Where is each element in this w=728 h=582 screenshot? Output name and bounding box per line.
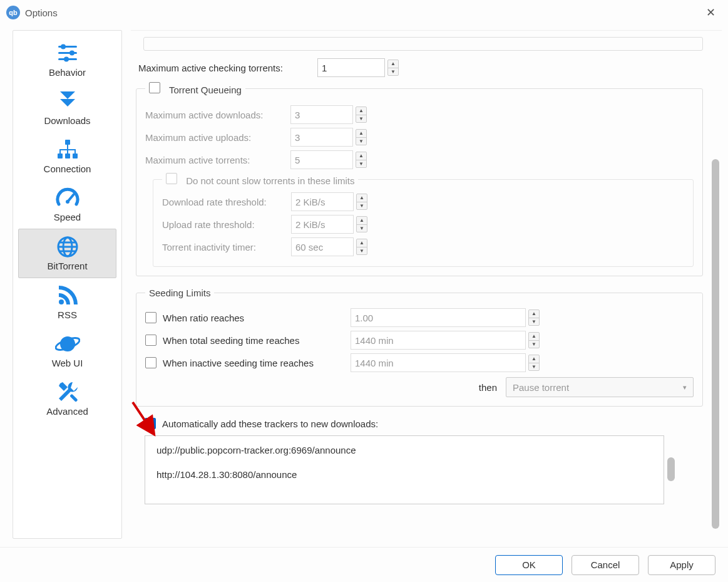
close-icon[interactable]: ✕ [700,3,722,22]
chevron-up-icon[interactable]: ▲ [356,107,366,115]
auto-trackers-textarea[interactable]: udp://public.popcorn-tracker.org:6969/an… [145,435,664,504]
chevron-up-icon[interactable]: ▲ [356,152,366,160]
svg-rect-10 [67,145,68,150]
chevron-down-icon[interactable]: ▼ [529,318,539,326]
apply-button[interactable]: Apply [648,555,715,575]
inactive-time-label: When inactive seeding time reaches [163,358,351,368]
chevron-up-icon[interactable]: ▲ [529,333,539,341]
total-time-checkbox[interactable] [145,335,156,346]
then-row: then Pause torrent ▾ [145,377,694,397]
then-label: then [479,382,497,393]
inactive-time-checkbox[interactable] [145,357,156,368]
svg-rect-8 [65,153,70,158]
gauge-icon [18,184,116,212]
ul-threshold-row: Upload rate threshold: 2 KiB/s ▲▼ [162,215,684,234]
svg-point-3 [69,51,74,56]
spinner-buttons[interactable]: ▲▼ [356,194,367,210]
chevron-down-icon[interactable]: ▼ [529,363,539,371]
chevron-up-icon[interactable]: ▲ [388,60,398,68]
spinner-buttons[interactable]: ▲▼ [528,309,540,326]
max-active-checking-input[interactable]: 1 [317,58,385,77]
spinner-buttons[interactable]: ▲▼ [356,129,367,145]
chevron-down-icon[interactable]: ▼ [357,225,367,232]
ratio-checkbox[interactable] [145,312,156,323]
sidebar-item-label: Downloads [44,115,90,126]
chevron-down-icon[interactable]: ▼ [357,247,367,255]
chevron-down-icon: ▾ [683,383,687,392]
chevron-up-icon[interactable]: ▲ [357,194,367,202]
spinner-buttons[interactable]: ▲▼ [356,107,367,123]
max-active-uploads-input[interactable]: 3 [290,128,353,147]
max-active-downloads-input[interactable]: 3 [290,105,353,124]
sidebar-item-behavior[interactable]: Behavior [18,36,116,84]
window-title: Options [25,8,58,18]
sidebar-item-rss[interactable]: RSS [18,278,116,326]
spinner-buttons[interactable]: ▲▼ [356,152,367,168]
chevron-down-icon[interactable]: ▼ [356,160,366,168]
seeding-limits-group: Seeding Limits When ratio reaches 1.00 ▲… [136,288,703,407]
inactive-time-row: When inactive seeding time reaches 1440 … [145,353,694,372]
max-active-uploads-label: Maximum active uploads: [145,132,290,143]
chevron-up-icon[interactable]: ▲ [529,355,539,363]
ratio-input[interactable]: 1.00 [351,308,526,327]
spinner-buttons[interactable]: ▲▼ [528,355,540,371]
torrent-queueing-legend: Torrent Queueing [145,82,245,95]
chevron-up-icon[interactable]: ▲ [356,130,366,138]
dl-threshold-label: Download rate threshold: [162,197,291,207]
inactivity-input[interactable]: 60 sec [291,237,354,256]
chevron-up-icon[interactable]: ▲ [529,310,539,318]
slow-torrents-checkbox[interactable] [166,173,177,184]
chevron-down-icon[interactable]: ▼ [388,68,398,76]
torrent-queueing-group: Torrent Queueing Maximum active download… [136,82,703,276]
app-icon: qb [6,6,20,19]
main-area: Behavior Downloads Connection Speed BitT… [0,25,728,539]
cancel-button[interactable]: Cancel [572,555,639,575]
then-action-select[interactable]: Pause torrent ▾ [506,377,694,397]
max-active-torrents-label: Maximum active torrents: [145,155,290,165]
spinner-buttons[interactable]: ▲▼ [387,60,399,76]
sidebar-item-webui[interactable]: Web UI [18,326,116,375]
total-time-label: When total seeding time reaches [163,335,351,346]
planet-icon [18,330,116,358]
torrent-queueing-checkbox[interactable] [149,82,160,93]
auto-trackers-label: Automatically add these trackers to new … [162,418,378,429]
chevron-up-icon[interactable]: ▲ [357,239,367,247]
sidebar-item-label: Web UI [52,358,83,368]
sidebar-item-bittorrent[interactable]: BitTorrent [18,229,116,278]
sidebar-item-advanced[interactable]: Advanced [18,375,116,423]
chevron-down-icon[interactable]: ▼ [356,138,366,145]
ratio-label: When ratio reaches [163,313,351,323]
svg-point-22 [59,299,64,304]
total-time-input[interactable]: 1440 min [351,331,526,350]
content-scrollbar[interactable] [712,159,719,529]
spinner-buttons[interactable]: ▲▼ [356,216,367,232]
ul-threshold-input[interactable]: 2 KiB/s [291,215,354,234]
sidebar-item-speed[interactable]: Speed [18,180,116,229]
sidebar-item-connection[interactable]: Connection [18,132,116,180]
chevron-down-icon[interactable]: ▼ [357,202,367,210]
sliders-icon [18,39,116,67]
max-active-torrents-input[interactable]: 5 [290,150,353,169]
auto-trackers-checkbox[interactable] [145,418,156,429]
svg-rect-6 [65,140,70,145]
sidebar-item-label: Speed [54,212,81,222]
chevron-up-icon[interactable]: ▲ [357,217,367,225]
max-active-downloads-label: Maximum active downloads: [145,110,290,120]
max-active-uploads-row: Maximum active uploads: 3 ▲▼ [145,128,694,147]
textarea-scrollbar[interactable] [667,457,675,481]
sidebar: Behavior Downloads Connection Speed BitT… [13,30,122,539]
sidebar-item-label: Advanced [46,406,88,417]
chevron-down-icon[interactable]: ▼ [356,115,366,123]
titlebar: qb Options ✕ [0,0,728,25]
svg-point-5 [64,57,69,62]
spinner-buttons[interactable]: ▲▼ [356,239,367,255]
sidebar-item-downloads[interactable]: Downloads [18,84,116,132]
ok-button[interactable]: OK [495,555,563,575]
svg-rect-13 [67,149,68,154]
spinner-buttons[interactable]: ▲▼ [528,332,540,348]
dl-threshold-input[interactable]: 2 KiB/s [291,192,354,211]
inactive-time-input[interactable]: 1440 min [351,353,526,372]
chevron-down-icon[interactable]: ▼ [529,341,539,348]
previous-group-bottom [143,37,703,51]
rss-icon [18,282,116,309]
